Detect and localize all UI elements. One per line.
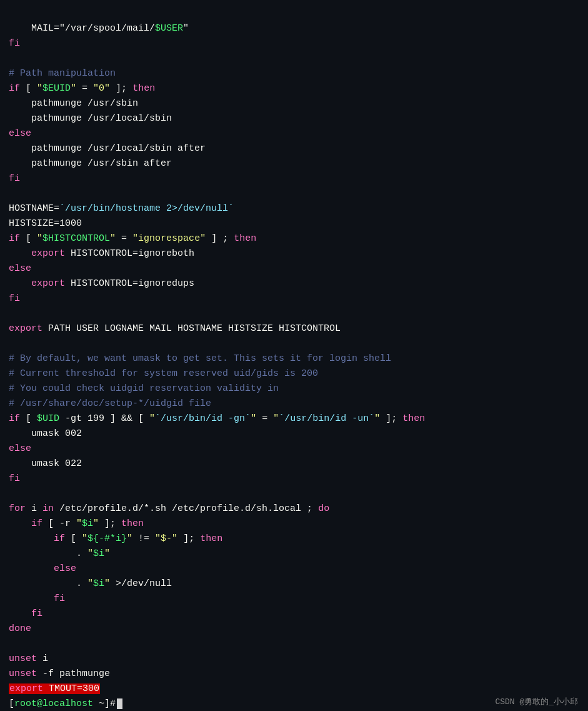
command-prompt: [root@localhost ~]# <box>9 697 579 711</box>
code-content: MAIL="/var/spool/mail/$USER" fi # Path m… <box>9 6 579 697</box>
terminal-window: MAIL="/var/spool/mail/$USER" fi # Path m… <box>0 0 588 711</box>
prompt-text: [root@localhost ~]# <box>9 697 116 711</box>
cursor <box>117 698 122 709</box>
watermark: CSDN @勇敢的_小小邱 <box>495 696 578 708</box>
